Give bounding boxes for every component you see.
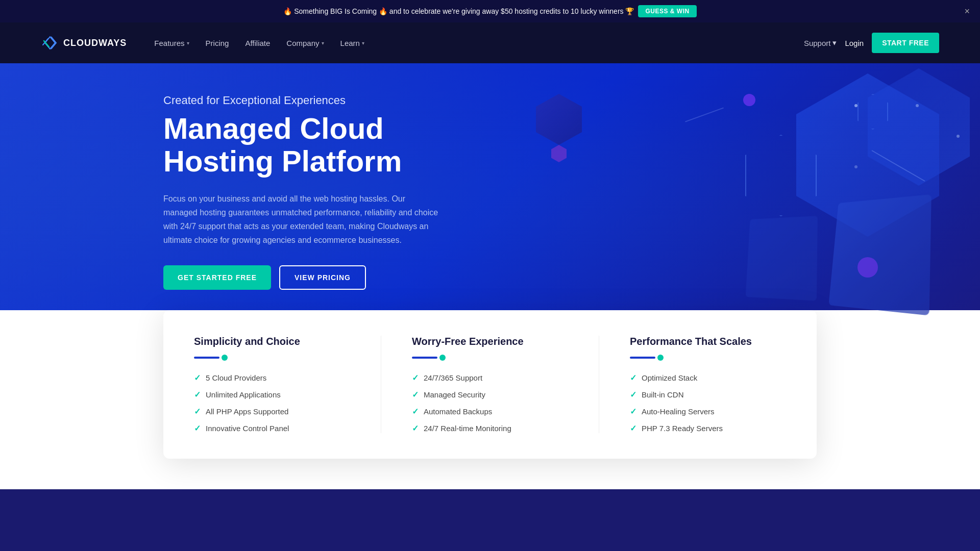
guess-win-button[interactable]: GUESS & WIN [638, 5, 696, 17]
feature-divider-3 [630, 355, 786, 361]
feature-list-2: ✓24/7/365 Support ✓Managed Security ✓Aut… [412, 373, 568, 433]
check-icon: ✓ [194, 373, 201, 383]
list-item: ✓Automated Backups [412, 407, 568, 416]
logo-text: CLOUDWAYS [63, 38, 127, 48]
chevron-down-icon: ▾ [832, 38, 837, 47]
logo[interactable]: CLOUDWAYS [41, 34, 127, 52]
list-item: ✓Innovative Control Panel [194, 423, 350, 433]
hero-content: Created for Exceptional Experiences Mana… [163, 94, 470, 290]
check-icon: ✓ [630, 423, 636, 433]
hero-subtitle: Created for Exceptional Experiences [163, 94, 470, 107]
divider-green-1 [222, 355, 228, 361]
list-item: ✓24/7 Real-time Monitoring [412, 423, 568, 433]
list-item: ✓24/7/365 Support [412, 373, 568, 383]
list-item: ✓Built-in CDN [630, 390, 786, 399]
shape-line-2 [685, 107, 724, 122]
shape-box-3d-2 [746, 216, 818, 300]
logo-icon [41, 34, 59, 52]
list-item: ✓Managed Security [412, 390, 568, 399]
feature-col-3: Performance That Scales ✓Optimized Stack… [630, 336, 786, 433]
get-started-free-button[interactable]: GET STARTED FREE [163, 265, 271, 290]
hero-shapes [521, 63, 980, 339]
check-icon: ✓ [194, 390, 201, 399]
feature-title-1: Simplicity and Choice [194, 336, 350, 347]
check-icon: ✓ [630, 373, 636, 383]
feature-title-2: Worry-Free Experience [412, 336, 568, 347]
shape-box-3d [828, 194, 931, 315]
check-icon: ✓ [412, 407, 419, 416]
features-card: Simplicity and Choice ✓5 Cloud Providers… [163, 310, 817, 459]
nav-features[interactable]: Features ▾ [147, 34, 196, 53]
check-icon: ✓ [630, 407, 636, 416]
nav-links: Features ▾ Pricing Affiliate Company ▾ L… [147, 34, 372, 53]
list-item: ✓Optimized Stack [630, 373, 786, 383]
check-icon: ✓ [194, 407, 201, 416]
nav-pricing[interactable]: Pricing [199, 34, 236, 53]
check-icon: ✓ [630, 390, 636, 399]
announcement-bar: 🔥 Something BIG Is Coming 🔥 and to celeb… [0, 0, 980, 22]
nav-affiliate[interactable]: Affiliate [238, 34, 277, 53]
feature-divider-1 [194, 355, 350, 361]
check-icon: ✓ [412, 423, 419, 433]
hero-buttons: GET STARTED FREE VIEW PRICING [163, 265, 470, 290]
navbar-right: Support ▾ Login START FREE [804, 33, 939, 53]
feature-title-3: Performance That Scales [630, 336, 786, 347]
feature-col-1: Simplicity and Choice ✓5 Cloud Providers… [194, 336, 350, 433]
chevron-down-icon: ▾ [322, 40, 324, 46]
hero-title: Managed Cloud Hosting Platform [163, 112, 470, 178]
divider-blue-2 [412, 357, 437, 359]
check-icon: ✓ [412, 373, 419, 383]
divider-green-3 [657, 355, 664, 361]
nav-company[interactable]: Company ▾ [279, 34, 331, 53]
check-icon: ✓ [194, 423, 201, 433]
support-button[interactable]: Support ▾ [804, 38, 837, 47]
list-item: ✓Unlimited Applications [194, 390, 350, 399]
hero-description: Focus on your business and avoid all the… [163, 192, 439, 247]
shape-hex-small-left [551, 145, 567, 162]
shape-dots [854, 104, 857, 107]
shape-purple-dot-2 [857, 257, 878, 278]
chevron-down-icon: ▾ [362, 40, 364, 46]
feature-list-1: ✓5 Cloud Providers ✓Unlimited Applicatio… [194, 373, 350, 433]
list-item: ✓Auto-Healing Servers [630, 407, 786, 416]
list-item: ✓5 Cloud Providers [194, 373, 350, 383]
feature-list-3: ✓Optimized Stack ✓Built-in CDN ✓Auto-Hea… [630, 373, 786, 433]
feature-separator-2 [599, 336, 599, 433]
divider-blue-3 [630, 357, 655, 359]
list-item: ✓PHP 7.3 Ready Servers [630, 423, 786, 433]
check-icon: ✓ [412, 390, 419, 399]
view-pricing-button[interactable]: VIEW PRICING [279, 265, 366, 290]
start-free-button[interactable]: START FREE [872, 33, 939, 53]
feature-separator-1 [381, 336, 381, 433]
navbar-left: CLOUDWAYS Features ▾ Pricing Affiliate C… [41, 34, 372, 53]
shape-hex-left [536, 94, 582, 145]
announcement-text: 🔥 Something BIG Is Coming 🔥 and to celeb… [283, 7, 634, 15]
nav-learn[interactable]: Learn ▾ [333, 34, 372, 53]
announcement-close-button[interactable]: × [964, 6, 970, 17]
shape-purple-dot [743, 94, 755, 106]
divider-green-2 [439, 355, 446, 361]
feature-divider-2 [412, 355, 568, 361]
list-item: ✓All PHP Apps Supported [194, 407, 350, 416]
hero-section: Created for Exceptional Experiences Mana… [0, 63, 980, 341]
feature-col-2: Worry-Free Experience ✓24/7/365 Support … [412, 336, 568, 433]
divider-blue-1 [194, 357, 219, 359]
navbar: CLOUDWAYS Features ▾ Pricing Affiliate C… [0, 22, 980, 63]
login-button[interactable]: Login [845, 39, 864, 47]
chevron-down-icon: ▾ [187, 40, 189, 46]
